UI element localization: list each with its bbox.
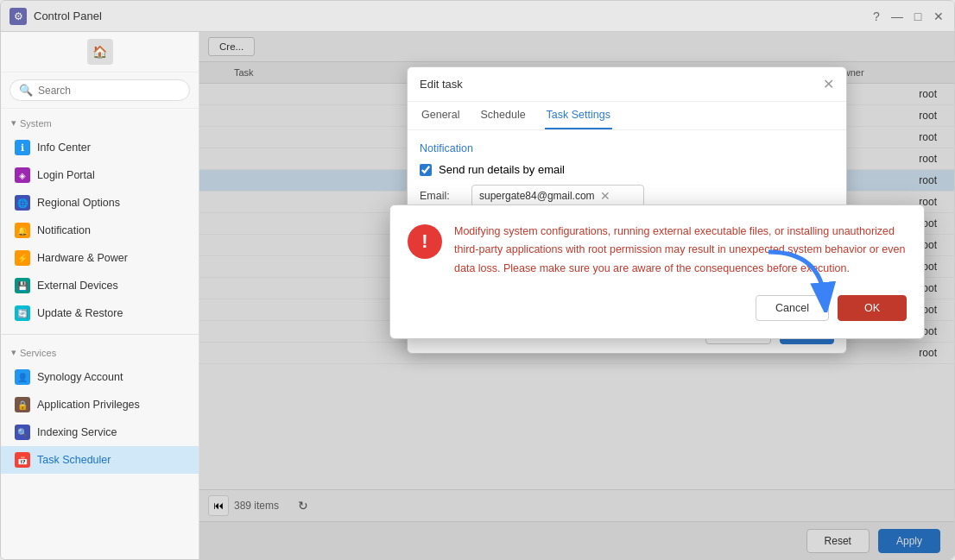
- info-center-icon: ℹ: [15, 140, 30, 155]
- login-portal-icon: ◈: [15, 167, 30, 183]
- content-area: Cre... Task Status Last run time Next ru…: [199, 32, 954, 559]
- chevron-down-icon-2: ▾: [11, 347, 16, 358]
- search-icon: 🔍: [19, 84, 33, 97]
- section-divider: [1, 334, 199, 335]
- dialog-titlebar: Edit task ✕: [408, 67, 846, 102]
- system-section-header[interactable]: ▾ System: [1, 112, 199, 134]
- system-section-label: System: [20, 118, 52, 129]
- sidebar-label-task-scheduler: Task Scheduler: [37, 454, 111, 466]
- warning-text: Modifying system configurations, running…: [454, 223, 907, 278]
- warning-ok-button[interactable]: OK: [838, 295, 907, 321]
- sidebar-label-external-devices: External Devices: [37, 280, 118, 292]
- sidebar-item-synology-account[interactable]: 👤 Synology Account: [1, 363, 199, 391]
- hardware-power-icon: ⚡: [15, 250, 30, 266]
- titlebar: ⚙ Control Panel ? — □ ✕: [1, 1, 954, 32]
- sidebar-label-info-center: Info Center: [37, 142, 91, 154]
- email-remove-button[interactable]: ✕: [600, 189, 610, 203]
- sidebar-label-regional-options: Regional Options: [37, 197, 120, 209]
- sidebar-item-info-center[interactable]: ℹ Info Center: [1, 134, 199, 161]
- sidebar-label-synology-account: Synology Account: [37, 371, 123, 383]
- sidebar-item-indexing-service[interactable]: 🔍 Indexing Service: [1, 418, 199, 446]
- app-privileges-icon: 🔒: [15, 397, 30, 412]
- email-value: supergate84@gmail.com: [479, 190, 595, 202]
- warning-icon: !: [408, 224, 442, 259]
- sidebar-label-notification: Notification: [37, 224, 91, 236]
- sidebar-label-app-privileges: Application Privileges: [37, 399, 140, 411]
- sidebar-label-hardware-power: Hardware & Power: [37, 252, 128, 264]
- send-email-label: Send run details by email: [439, 163, 565, 176]
- send-email-row: Send run details by email: [420, 163, 834, 176]
- services-section-header[interactable]: ▾ Services: [1, 342, 199, 363]
- sidebar-item-notification[interactable]: 🔔 Notification: [1, 217, 199, 244]
- close-button[interactable]: ✕: [932, 9, 946, 23]
- sidebar-item-login-portal[interactable]: ◈ Login Portal: [1, 161, 199, 189]
- minimize-button[interactable]: —: [890, 9, 904, 23]
- system-section: ▾ System ℹ Info Center ◈ Login Portal 🌐 …: [1, 109, 199, 330]
- sidebar-label-update-restore: Update & Restore: [37, 307, 123, 319]
- sidebar: 🏠 🔍 ▾ System ℹ Info Center: [1, 32, 199, 559]
- home-button[interactable]: 🏠: [87, 39, 113, 65]
- dialog-close-button[interactable]: ✕: [823, 76, 834, 92]
- sidebar-item-hardware-power[interactable]: ⚡ Hardware & Power: [1, 244, 199, 272]
- tab-task-settings[interactable]: Task Settings: [545, 102, 612, 129]
- send-email-checkbox[interactable]: [420, 164, 432, 176]
- services-section: ▾ Services 👤 Synology Account 🔒 Applicat…: [1, 338, 199, 477]
- update-restore-icon: 🔄: [15, 305, 30, 321]
- regional-options-icon: 🌐: [15, 195, 30, 211]
- search-box[interactable]: 🔍: [9, 79, 190, 101]
- main-layout: 🏠 🔍 ▾ System ℹ Info Center: [1, 32, 954, 559]
- warning-cancel-button[interactable]: Cancel: [756, 295, 829, 321]
- services-section-label: Services: [20, 348, 56, 358]
- sidebar-label-indexing-service: Indexing Service: [37, 426, 117, 438]
- external-devices-icon: 💾: [15, 278, 30, 293]
- indexing-service-icon: 🔍: [15, 425, 30, 440]
- maximize-button[interactable]: □: [911, 9, 925, 23]
- notification-icon: 🔔: [15, 223, 30, 238]
- dialog-tabs: General Schedule Task Settings: [408, 102, 846, 130]
- sidebar-search-container: 🔍: [1, 72, 199, 109]
- window-title: Control Panel: [34, 9, 870, 22]
- tab-schedule[interactable]: Schedule: [478, 102, 527, 129]
- tab-general[interactable]: General: [420, 102, 461, 129]
- warning-footer: Cancel OK: [408, 295, 907, 321]
- app-icon: ⚙: [9, 8, 27, 25]
- sidebar-item-external-devices[interactable]: 💾 External Devices: [1, 272, 199, 299]
- chevron-down-icon: ▾: [11, 117, 16, 129]
- help-button[interactable]: ?: [870, 9, 883, 23]
- sidebar-item-update-restore[interactable]: 🔄 Update & Restore: [1, 299, 199, 327]
- sidebar-label-login-portal: Login Portal: [37, 169, 95, 181]
- sidebar-item-app-privileges[interactable]: 🔒 Application Privileges: [1, 391, 199, 418]
- warning-dialog: ! Modifying system configurations, runni…: [389, 204, 925, 339]
- sidebar-item-regional-options[interactable]: 🌐 Regional Options: [1, 189, 199, 217]
- sidebar-item-task-scheduler[interactable]: 📅 Task Scheduler: [1, 446, 199, 474]
- main-window: ⚙ Control Panel ? — □ ✕ 🏠 🔍: [0, 0, 955, 560]
- synology-account-icon: 👤: [15, 369, 30, 385]
- search-input[interactable]: [38, 85, 180, 97]
- warning-header: ! Modifying system configurations, runni…: [408, 223, 907, 278]
- notification-section-title: Notification: [420, 142, 834, 154]
- task-scheduler-icon: 📅: [15, 452, 30, 468]
- sidebar-home-row: 🏠: [1, 32, 199, 72]
- window-controls: ? — □ ✕: [870, 9, 946, 23]
- email-label: Email:: [420, 190, 463, 202]
- dialog-title: Edit task: [420, 78, 463, 91]
